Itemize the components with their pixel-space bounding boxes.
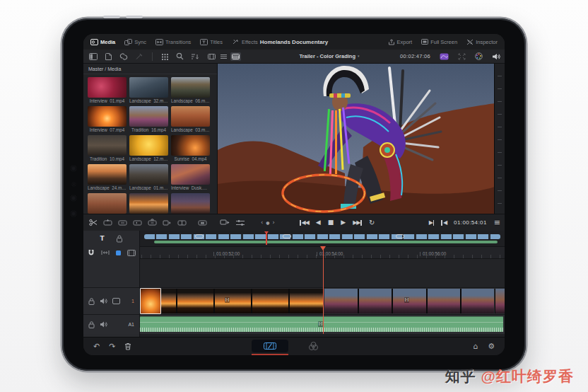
timeline-clip-sunset[interactable] [140, 289, 323, 313]
flag-film-icon[interactable] [127, 250, 136, 256]
replace-clip-icon[interactable] [133, 219, 142, 226]
bin-breadcrumb[interactable]: Master / Media [83, 64, 217, 74]
clip-thumbnail[interactable] [129, 193, 168, 214]
playhead[interactable] [323, 246, 324, 334]
color-wheel-icon[interactable] [475, 52, 483, 60]
inspector-button[interactable]: Inspector [466, 39, 498, 45]
scissors-tool-icon[interactable] [89, 219, 98, 226]
search-icon[interactable] [176, 52, 184, 60]
timeline-selector[interactable]: Trailer - Color Grading ▾ [274, 50, 384, 63]
media-clip[interactable]: Interview_01.mp4 [88, 77, 127, 103]
ripple-overwrite-icon[interactable] [177, 219, 187, 226]
media-clip[interactable]: Interview_Dusk.mp4 [171, 164, 210, 190]
fit-to-fill-icon[interactable] [148, 219, 157, 226]
lock-all-icon[interactable] [116, 235, 123, 243]
insert-clip-icon[interactable] [103, 219, 112, 226]
audio-track-header[interactable]: A1 [83, 314, 139, 334]
sort-icon[interactable] [191, 53, 199, 60]
media-clip[interactable]: Landscape_06.mp4 [171, 77, 210, 103]
track-mute-icon[interactable] [100, 298, 107, 304]
clip-thumbnail[interactable] [171, 77, 210, 98]
timeline-clip-next[interactable] [495, 289, 505, 313]
undo-button[interactable]: ↶ [93, 342, 100, 350]
color-page-button[interactable] [308, 341, 319, 351]
clip-thumbnail[interactable] [88, 106, 127, 127]
delete-button[interactable] [124, 342, 131, 350]
track-mute-icon[interactable] [100, 321, 107, 328]
export-button[interactable]: Export [388, 39, 413, 45]
magic-wand-icon[interactable] [135, 53, 143, 60]
stop-button[interactable]: ■ [328, 219, 334, 226]
volume-up-button[interactable] [103, 16, 120, 18]
relink-icon[interactable] [119, 53, 128, 60]
viewer-zoom-scrollbar[interactable] [494, 64, 505, 214]
snap-magnet-icon[interactable] [88, 249, 95, 256]
settings-button[interactable]: ⚙ [488, 342, 495, 350]
close-up-icon[interactable] [198, 219, 207, 226]
clip-thumbnail[interactable] [88, 135, 127, 156]
clip-thumbnail[interactable] [129, 164, 168, 185]
import-media-icon[interactable] [105, 53, 112, 60]
tab-titles[interactable]: Titles [200, 39, 223, 45]
selected-clip-frame[interactable] [140, 288, 161, 314]
clip-thumbnail[interactable] [88, 164, 127, 185]
jog-wheel[interactable]: ‹ ● › [261, 220, 275, 226]
media-clip[interactable]: Interview_07.mp4 [88, 106, 127, 132]
play-button[interactable]: ▶ [341, 219, 346, 226]
video-track-header[interactable]: 1 [83, 287, 139, 314]
clip-marker-icon[interactable]: [-] [225, 297, 230, 303]
list-view-button[interactable] [218, 52, 229, 61]
next-edit-button[interactable]: ▶ [429, 220, 435, 226]
play-reverse-button[interactable]: ◀ [316, 219, 321, 226]
track-lock-icon[interactable] [88, 298, 95, 305]
home-button[interactable]: ⌂ [473, 342, 478, 350]
panel-layout-icon[interactable] [89, 53, 98, 60]
append-clip-icon[interactable] [163, 219, 172, 226]
tab-sync[interactable]: Sync [124, 39, 146, 45]
track-visibility-icon[interactable] [112, 298, 120, 304]
previous-edit-button[interactable]: ◀ [441, 220, 447, 226]
overwrite-clip-icon[interactable] [118, 219, 127, 226]
mixer-icon[interactable] [235, 219, 245, 226]
media-clip[interactable]: Landscape_03.mp4 [171, 106, 210, 132]
skip-to-start-button[interactable]: ◀◀ [300, 220, 309, 226]
volume-down-button[interactable] [126, 16, 143, 18]
tab-transitions[interactable]: Transitions [155, 39, 191, 45]
tab-effects[interactable]: Effects [232, 39, 258, 45]
media-clip[interactable]: Tradition_16.mp4 [129, 106, 168, 132]
media-clip[interactable]: Landscape_01.mp4 [129, 164, 168, 190]
scopes-icon[interactable] [440, 53, 449, 60]
media-clip[interactable]: Tradition_10.mp4 [88, 135, 127, 161]
skip-to-end-button[interactable]: ▶▶ [353, 220, 362, 226]
timeline-minimap[interactable] [144, 234, 500, 244]
clip-thumbnail[interactable] [129, 77, 168, 98]
media-clip[interactable]: Landscape_32.mp4 [129, 77, 168, 103]
trim-mode-icon[interactable] [220, 219, 230, 226]
clip-thumbnail[interactable] [129, 135, 168, 156]
grid-view-icon[interactable] [161, 53, 169, 60]
viewer[interactable] [218, 64, 505, 214]
filmstrip-view-button[interactable] [206, 52, 217, 61]
clip-thumbnail[interactable] [171, 106, 210, 127]
clip-thumbnail[interactable] [88, 77, 127, 98]
media-clip[interactable]: Landscape_12.mp4 [129, 135, 168, 161]
cut-page-button[interactable] [252, 340, 288, 352]
clip-thumbnail[interactable] [88, 193, 127, 214]
media-clip[interactable]: Sunrise_04.mp4 [171, 135, 210, 161]
clip-thumbnail[interactable] [129, 106, 168, 127]
audio-monitor-icon[interactable] [492, 53, 500, 60]
clip-thumbnail[interactable] [171, 164, 210, 185]
trim-tool-button[interactable]: T [100, 236, 104, 242]
fullscreen-button[interactable]: Full Screen [421, 39, 457, 45]
clip-marker-icon[interactable]: [-] [404, 297, 409, 303]
loop-button[interactable]: ↻ [369, 219, 375, 226]
tab-media[interactable]: Media [90, 39, 115, 45]
minimap-playhead[interactable] [266, 232, 267, 245]
clip-thumbnail[interactable] [171, 193, 210, 214]
media-clip[interactable]: Landscape_24.mp4 [88, 164, 127, 190]
clip-thumbnail[interactable] [171, 135, 210, 156]
position-indicator[interactable] [116, 250, 121, 255]
fit-expand-icon[interactable] [458, 53, 466, 60]
strip-view-button[interactable] [230, 52, 241, 61]
timeline-options-menu[interactable]: ≡ [494, 219, 500, 226]
